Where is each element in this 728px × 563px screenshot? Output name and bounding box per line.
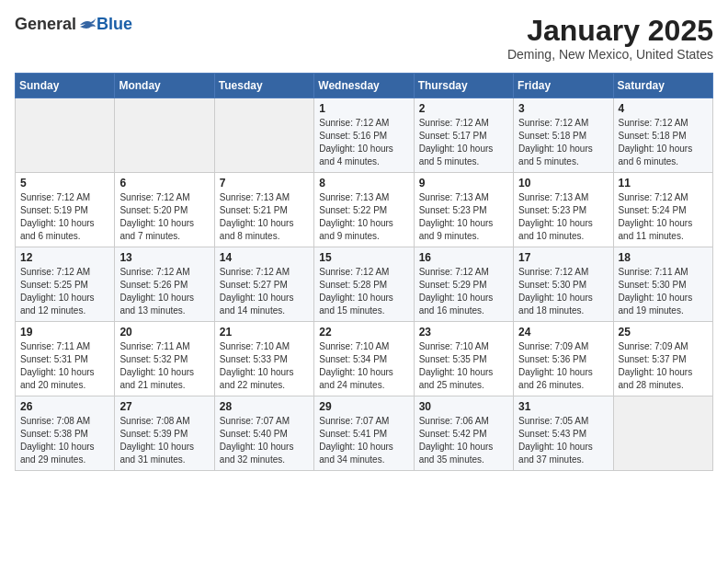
logo: General Blue <box>15 15 132 34</box>
calendar-cell: 21Sunrise: 7:10 AMSunset: 5:33 PMDayligh… <box>214 322 313 396</box>
day-number: 19 <box>20 326 109 339</box>
calendar-cell: 18Sunrise: 7:11 AMSunset: 5:30 PMDayligh… <box>613 247 712 322</box>
day-number: 24 <box>518 326 608 339</box>
calendar-cell: 27Sunrise: 7:08 AMSunset: 5:39 PMDayligh… <box>115 396 214 471</box>
day-info: Sunrise: 7:10 AMSunset: 5:35 PMDaylight:… <box>419 340 508 392</box>
day-number: 17 <box>518 251 608 264</box>
day-info: Sunrise: 7:12 AMSunset: 5:18 PMDaylight:… <box>619 117 708 168</box>
day-number: 5 <box>20 177 109 190</box>
logo-general-text: General <box>15 15 76 34</box>
day-number: 1 <box>319 102 408 115</box>
calendar-week-row: 5Sunrise: 7:12 AMSunset: 5:19 PMDaylight… <box>16 173 713 247</box>
calendar-cell: 23Sunrise: 7:10 AMSunset: 5:35 PMDayligh… <box>414 322 513 396</box>
location-text: Deming, New Mexico, United States <box>507 47 713 62</box>
day-header-tuesday: Tuesday <box>214 74 313 98</box>
calendar-cell: 6Sunrise: 7:12 AMSunset: 5:20 PMDaylight… <box>115 173 214 247</box>
day-info: Sunrise: 7:11 AMSunset: 5:32 PMDaylight:… <box>119 340 209 392</box>
day-number: 20 <box>119 326 209 339</box>
day-info: Sunrise: 7:06 AMSunset: 5:42 PMDaylight:… <box>419 415 508 466</box>
calendar-cell: 7Sunrise: 7:13 AMSunset: 5:21 PMDaylight… <box>214 173 313 247</box>
logo-bird-icon <box>78 17 97 32</box>
calendar-cell: 3Sunrise: 7:12 AMSunset: 5:18 PMDaylight… <box>514 98 613 173</box>
calendar-week-row: 12Sunrise: 7:12 AMSunset: 5:25 PMDayligh… <box>16 247 713 322</box>
calendar-header-row: SundayMondayTuesdayWednesdayThursdayFrid… <box>16 74 713 98</box>
day-number: 21 <box>220 326 309 339</box>
calendar-cell: 24Sunrise: 7:09 AMSunset: 5:36 PMDayligh… <box>514 322 613 396</box>
day-info: Sunrise: 7:12 AMSunset: 5:18 PMDaylight:… <box>518 117 608 168</box>
day-header-monday: Monday <box>115 74 214 98</box>
day-number: 26 <box>20 400 109 413</box>
day-number: 15 <box>319 251 408 264</box>
day-info: Sunrise: 7:10 AMSunset: 5:34 PMDaylight:… <box>319 340 408 392</box>
calendar-cell: 1Sunrise: 7:12 AMSunset: 5:16 PMDaylight… <box>314 98 414 173</box>
calendar-week-row: 26Sunrise: 7:08 AMSunset: 5:38 PMDayligh… <box>16 396 713 471</box>
day-info: Sunrise: 7:12 AMSunset: 5:29 PMDaylight:… <box>419 266 508 317</box>
day-info: Sunrise: 7:13 AMSunset: 5:23 PMDaylight:… <box>518 191 608 243</box>
day-number: 6 <box>119 177 209 190</box>
day-number: 3 <box>518 102 608 115</box>
day-info: Sunrise: 7:11 AMSunset: 5:30 PMDaylight:… <box>619 266 708 317</box>
calendar-cell <box>16 98 115 173</box>
calendar-cell: 8Sunrise: 7:13 AMSunset: 5:22 PMDaylight… <box>314 173 414 247</box>
day-header-friday: Friday <box>514 74 613 98</box>
calendar-cell <box>214 98 313 173</box>
calendar-cell: 17Sunrise: 7:12 AMSunset: 5:30 PMDayligh… <box>514 247 613 322</box>
day-info: Sunrise: 7:12 AMSunset: 5:24 PMDaylight:… <box>619 191 708 243</box>
day-info: Sunrise: 7:13 AMSunset: 5:21 PMDaylight:… <box>220 191 309 243</box>
day-number: 28 <box>220 400 309 413</box>
day-info: Sunrise: 7:07 AMSunset: 5:41 PMDaylight:… <box>319 415 408 466</box>
day-header-saturday: Saturday <box>613 74 712 98</box>
day-info: Sunrise: 7:09 AMSunset: 5:37 PMDaylight:… <box>619 340 708 392</box>
day-number: 12 <box>20 251 109 264</box>
day-number: 2 <box>419 102 508 115</box>
day-number: 31 <box>518 400 608 413</box>
calendar-cell: 11Sunrise: 7:12 AMSunset: 5:24 PMDayligh… <box>613 173 712 247</box>
calendar-cell: 12Sunrise: 7:12 AMSunset: 5:25 PMDayligh… <box>16 247 115 322</box>
calendar-cell: 4Sunrise: 7:12 AMSunset: 5:18 PMDaylight… <box>613 98 712 173</box>
day-info: Sunrise: 7:12 AMSunset: 5:26 PMDaylight:… <box>119 266 209 317</box>
calendar-cell <box>613 396 712 471</box>
calendar-table: SundayMondayTuesdayWednesdayThursdayFrid… <box>15 73 713 471</box>
month-title: January 2025 <box>507 15 713 47</box>
day-number: 13 <box>119 251 209 264</box>
day-info: Sunrise: 7:12 AMSunset: 5:27 PMDaylight:… <box>220 266 309 317</box>
day-info: Sunrise: 7:12 AMSunset: 5:28 PMDaylight:… <box>319 266 408 317</box>
calendar-cell: 30Sunrise: 7:06 AMSunset: 5:42 PMDayligh… <box>414 396 513 471</box>
day-info: Sunrise: 7:08 AMSunset: 5:38 PMDaylight:… <box>20 415 109 466</box>
day-info: Sunrise: 7:12 AMSunset: 5:19 PMDaylight:… <box>20 191 109 243</box>
day-info: Sunrise: 7:12 AMSunset: 5:16 PMDaylight:… <box>319 117 408 168</box>
day-header-wednesday: Wednesday <box>314 74 414 98</box>
day-number: 9 <box>419 177 508 190</box>
calendar-cell: 22Sunrise: 7:10 AMSunset: 5:34 PMDayligh… <box>314 322 414 396</box>
calendar-cell <box>115 98 214 173</box>
day-info: Sunrise: 7:13 AMSunset: 5:23 PMDaylight:… <box>419 191 508 243</box>
day-header-thursday: Thursday <box>414 74 513 98</box>
day-number: 8 <box>319 177 408 190</box>
day-number: 4 <box>619 102 708 115</box>
calendar-cell: 9Sunrise: 7:13 AMSunset: 5:23 PMDaylight… <box>414 173 513 247</box>
calendar-cell: 2Sunrise: 7:12 AMSunset: 5:17 PMDaylight… <box>414 98 513 173</box>
logo-blue-text: Blue <box>97 15 132 34</box>
day-info: Sunrise: 7:10 AMSunset: 5:33 PMDaylight:… <box>220 340 309 392</box>
calendar-cell: 20Sunrise: 7:11 AMSunset: 5:32 PMDayligh… <box>115 322 214 396</box>
day-number: 25 <box>619 326 708 339</box>
day-info: Sunrise: 7:09 AMSunset: 5:36 PMDaylight:… <box>518 340 608 392</box>
day-number: 16 <box>419 251 508 264</box>
calendar-cell: 19Sunrise: 7:11 AMSunset: 5:31 PMDayligh… <box>16 322 115 396</box>
day-number: 27 <box>119 400 209 413</box>
page-header: General Blue January 2025 Deming, New Me… <box>15 15 713 62</box>
calendar-cell: 29Sunrise: 7:07 AMSunset: 5:41 PMDayligh… <box>314 396 414 471</box>
day-info: Sunrise: 7:08 AMSunset: 5:39 PMDaylight:… <box>119 415 209 466</box>
day-number: 18 <box>619 251 708 264</box>
day-number: 29 <box>319 400 408 413</box>
day-number: 22 <box>319 326 408 339</box>
calendar-cell: 10Sunrise: 7:13 AMSunset: 5:23 PMDayligh… <box>514 173 613 247</box>
day-number: 11 <box>619 177 708 190</box>
day-number: 30 <box>419 400 508 413</box>
calendar-cell: 25Sunrise: 7:09 AMSunset: 5:37 PMDayligh… <box>613 322 712 396</box>
calendar-cell: 16Sunrise: 7:12 AMSunset: 5:29 PMDayligh… <box>414 247 513 322</box>
day-number: 10 <box>518 177 608 190</box>
calendar-cell: 15Sunrise: 7:12 AMSunset: 5:28 PMDayligh… <box>314 247 414 322</box>
day-info: Sunrise: 7:07 AMSunset: 5:40 PMDaylight:… <box>220 415 309 466</box>
calendar-cell: 28Sunrise: 7:07 AMSunset: 5:40 PMDayligh… <box>214 396 313 471</box>
